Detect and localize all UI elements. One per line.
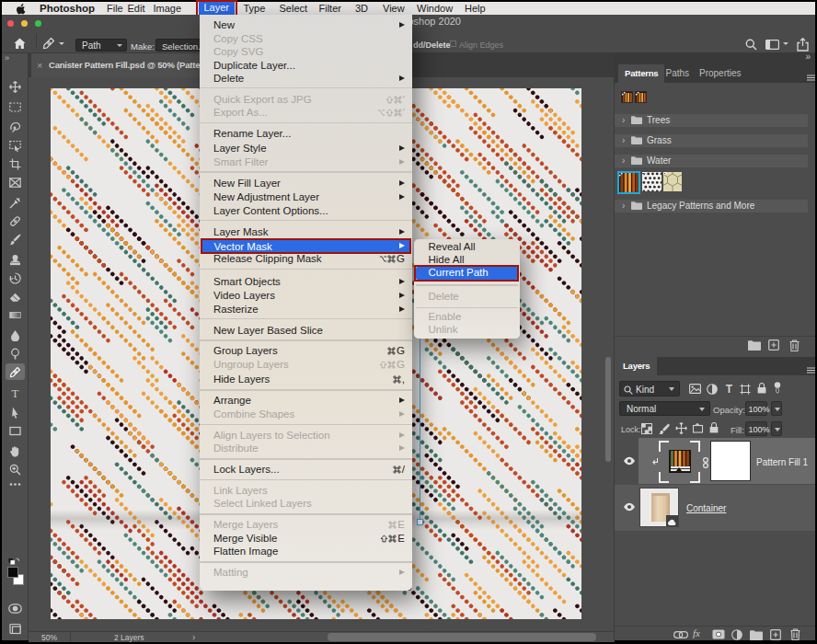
svg-text:T: T	[725, 383, 732, 394]
svg-text:T: T	[12, 386, 19, 398]
